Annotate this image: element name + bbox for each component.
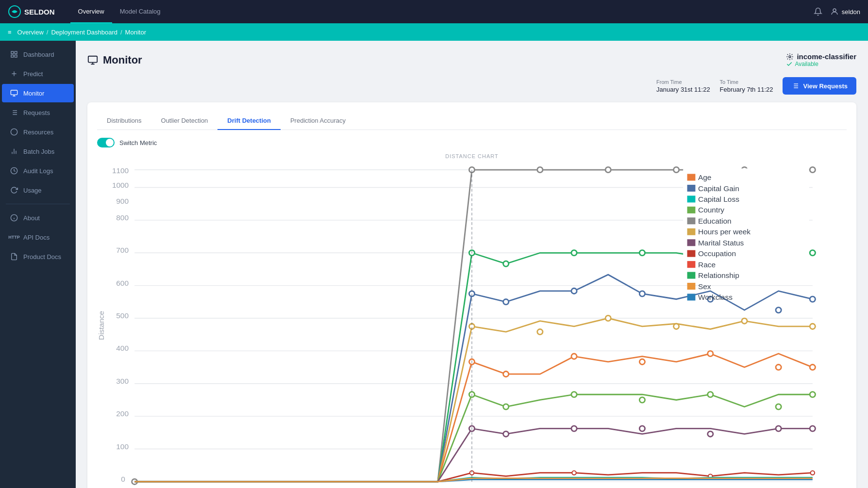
from-time-field: From Time January 31st 11:22	[656, 79, 710, 93]
top-nav: SELDON Overview Model Catalog seldon	[0, 0, 868, 23]
svg-text:0: 0	[121, 475, 125, 483]
bell-icon[interactable]	[814, 7, 822, 16]
svg-point-106	[571, 426, 577, 431]
svg-text:100: 100	[116, 442, 129, 451]
clock-icon	[10, 166, 18, 175]
tab-overview[interactable]: Overview	[70, 0, 112, 23]
chart-tabs: Distributions Outlier Detection Drift De…	[97, 112, 847, 130]
svg-point-65	[537, 167, 543, 172]
svg-point-93	[639, 359, 645, 364]
svg-point-100	[639, 397, 645, 403]
chart-title: DISTANCE CHART	[97, 153, 847, 159]
sidebar-item-predict[interactable]: Predict	[2, 65, 74, 83]
sidebar-item-label: Batch Jobs	[23, 148, 54, 155]
svg-point-109	[776, 426, 781, 431]
sidebar-item-audit-logs[interactable]: Audit Logs	[2, 162, 74, 180]
sidebar-item-usage[interactable]: Usage	[2, 181, 74, 199]
svg-text:Capital Loss: Capital Loss	[698, 195, 739, 203]
svg-text:700: 700	[116, 246, 129, 254]
http-icon: HTTP	[10, 233, 18, 242]
svg-text:500: 500	[116, 311, 129, 320]
list-icon	[10, 108, 18, 117]
svg-text:Hours per week: Hours per week	[698, 228, 751, 236]
tab-model-catalog[interactable]: Model Catalog	[112, 0, 168, 23]
sidebar-item-label: Resources	[23, 129, 53, 136]
top-nav-right: seldon	[814, 7, 860, 16]
svg-point-83	[810, 296, 815, 302]
svg-text:Age: Age	[698, 173, 711, 181]
tab-distributions[interactable]: Distributions	[97, 112, 151, 130]
sidebar-item-requests[interactable]: Requests	[2, 103, 74, 122]
svg-rect-121	[687, 195, 696, 202]
sidebar-item-dashboard[interactable]: Dashboard	[2, 45, 74, 64]
tab-drift-detection[interactable]: Drift Detection	[217, 112, 281, 130]
menu-icon[interactable]: ≡	[8, 29, 12, 36]
svg-point-72	[571, 250, 577, 256]
svg-rect-5	[11, 55, 14, 57]
plus-icon	[10, 69, 18, 78]
svg-text:Distance: Distance	[97, 311, 105, 340]
svg-text:1100: 1100	[112, 166, 129, 175]
sidebar-item-monitor[interactable]: Monitor	[2, 84, 74, 102]
breadcrumb-deployment[interactable]: Deployment Dashboard	[51, 29, 117, 36]
svg-rect-139	[687, 293, 696, 300]
chart-card: Distributions Outlier Detection Drift De…	[87, 102, 856, 488]
tab-prediction-accuracy[interactable]: Prediction Accuracy	[281, 112, 355, 130]
svg-text:200: 200	[116, 409, 129, 418]
switch-metric-toggle[interactable]	[97, 138, 115, 147]
svg-point-103	[810, 392, 815, 397]
classifier-badge: income-classifier	[786, 52, 856, 61]
sidebar-item-resources[interactable]: Resources	[2, 123, 74, 141]
logo[interactable]: SELDON	[8, 5, 55, 18]
svg-rect-137	[687, 283, 696, 290]
svg-point-95	[776, 364, 781, 370]
svg-rect-125	[687, 217, 696, 224]
svg-text:900: 900	[116, 197, 129, 205]
svg-point-67	[673, 167, 679, 172]
svg-rect-25	[88, 56, 97, 62]
svg-point-89	[810, 324, 815, 329]
svg-point-80	[639, 291, 645, 296]
sidebar-item-about[interactable]: About	[2, 209, 74, 227]
info-icon	[10, 213, 18, 222]
svg-rect-129	[687, 239, 696, 246]
svg-point-96	[810, 364, 815, 370]
svg-rect-2	[11, 51, 14, 54]
svg-point-114	[811, 471, 815, 474]
svg-text:1000: 1000	[112, 181, 129, 189]
check-circle-icon	[786, 61, 793, 67]
svg-point-102	[776, 404, 781, 409]
to-time-field: To Time February 7th 11:22	[720, 79, 773, 93]
svg-point-92	[571, 354, 577, 359]
svg-point-82	[776, 308, 781, 313]
svg-point-79	[571, 288, 577, 293]
svg-point-99	[571, 392, 577, 397]
svg-point-28	[789, 56, 791, 58]
switch-metric-row: Switch Metric	[97, 138, 847, 147]
svg-point-91	[503, 372, 509, 377]
monitor-title-icon	[87, 55, 98, 65]
svg-text:Capital Gain: Capital Gain	[698, 184, 739, 193]
svg-text:Sex: Sex	[698, 282, 711, 291]
sidebar-item-product-docs[interactable]: Product Docs	[2, 247, 74, 266]
svg-point-17	[11, 129, 17, 135]
breadcrumb-bar: ≡ Overview / Deployment Dashboard / Moni…	[0, 23, 868, 41]
circle-icon	[10, 128, 18, 136]
sidebar-item-label: Predict	[23, 70, 43, 78]
user-menu[interactable]: seldon	[830, 7, 860, 16]
refresh-icon	[10, 186, 18, 195]
breadcrumb-monitor[interactable]: Monitor	[125, 29, 146, 36]
sidebar-item-label: Usage	[23, 187, 42, 194]
breadcrumb-overview[interactable]: Overview	[17, 29, 44, 36]
view-requests-button[interactable]: View Requests	[783, 77, 856, 95]
svg-text:600: 600	[116, 279, 129, 287]
svg-rect-135	[687, 272, 696, 279]
tab-outlier-detection[interactable]: Outlier Detection	[151, 112, 218, 130]
top-nav-tabs: Overview Model Catalog	[70, 0, 168, 23]
svg-text:Workclass: Workclass	[698, 293, 733, 301]
sidebar-item-api-docs[interactable]: HTTP API Docs	[2, 228, 74, 246]
sidebar-item-batch-jobs[interactable]: Batch Jobs	[2, 142, 74, 161]
bar-chart-icon	[10, 147, 18, 156]
monitor-title: Monitor	[87, 54, 142, 66]
svg-point-86	[605, 315, 611, 321]
